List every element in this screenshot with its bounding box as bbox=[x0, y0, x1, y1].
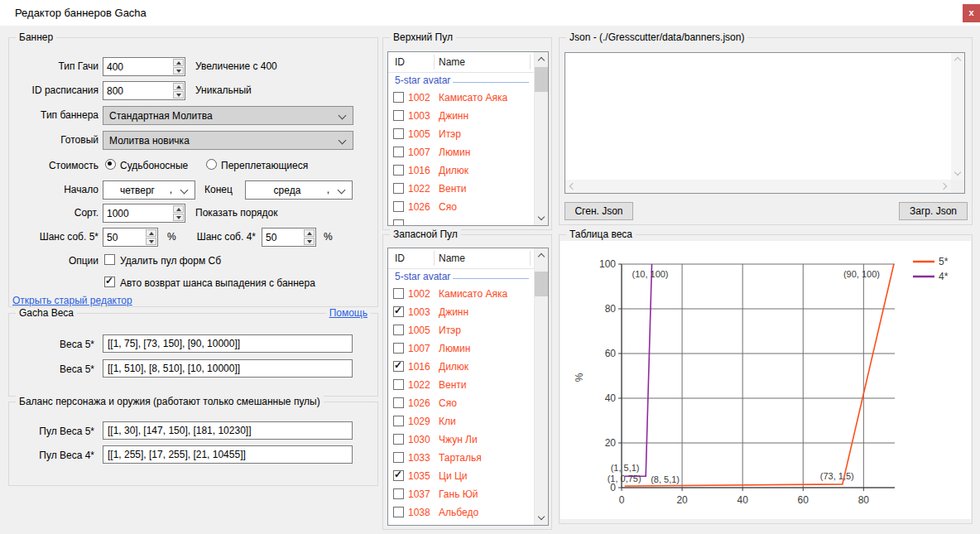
pool-item-checkbox[interactable] bbox=[393, 379, 404, 390]
pool-item-checkbox[interactable] bbox=[393, 147, 404, 157]
pool-item-row[interactable]: 1035Ци Ци bbox=[388, 467, 534, 485]
vertical-scrollbar[interactable] bbox=[951, 53, 964, 180]
schedule-id-spinner[interactable]: 800 bbox=[103, 81, 185, 100]
scroll-up-icon[interactable] bbox=[954, 57, 961, 64]
series-line-4* bbox=[625, 264, 652, 476]
spin-down-button[interactable] bbox=[146, 238, 156, 245]
pool-item-row[interactable]: 1026Сяо bbox=[388, 198, 534, 216]
chevron-down-icon bbox=[339, 112, 347, 120]
pool-item-row[interactable]: 1002Камисато Аяка bbox=[388, 89, 534, 107]
chance5-label: Шанс соб. 5* bbox=[9, 231, 98, 243]
banner-type-combo[interactable]: Стандартная Молитва bbox=[103, 106, 353, 125]
pool-item-row[interactable]: 1003Джинн bbox=[388, 107, 534, 125]
cost-fate-radio[interactable] bbox=[105, 159, 116, 170]
generate-json-button[interactable]: Сген. Json bbox=[564, 202, 633, 220]
pool-item-checkbox[interactable] bbox=[393, 201, 404, 212]
pool-item-row[interactable]: 1003Джинн bbox=[388, 303, 534, 321]
prefab-label: Готовый bbox=[9, 134, 98, 146]
pool-weights4-input[interactable]: [[1, 255], [17, 255], [21, 10455]] bbox=[103, 445, 353, 464]
scroll-thumb[interactable] bbox=[535, 272, 548, 296]
pool-item-checkbox[interactable] bbox=[393, 434, 404, 445]
chance4-value: 50 bbox=[266, 232, 276, 243]
start-day-combo[interactable]: четверг , bbox=[103, 180, 195, 200]
pool-item-checkbox[interactable] bbox=[393, 128, 404, 139]
weights5-input[interactable]: [[1, 75], [73, 150], [90, 10000]] bbox=[103, 334, 353, 353]
spin-down-button[interactable] bbox=[173, 91, 184, 99]
pool-item-row[interactable]: 1029Кли bbox=[388, 412, 534, 431]
load-json-button[interactable]: Загр. Json bbox=[899, 202, 968, 220]
horizontal-scrollbar[interactable] bbox=[565, 180, 951, 193]
pool-item-checkbox[interactable] bbox=[393, 165, 404, 176]
scroll-up-icon[interactable] bbox=[538, 57, 545, 64]
upper-pool-list[interactable]: ID Name 5-star avatar 1002Камисато Аяка1… bbox=[387, 51, 549, 226]
pool-item-row[interactable]: 1005Итэр bbox=[388, 321, 534, 339]
remove-pool-checkbox[interactable] bbox=[104, 254, 115, 265]
pool-item-row[interactable]: 1007Люмин bbox=[388, 339, 534, 358]
schedule-id-note: Уникальный bbox=[195, 84, 252, 96]
scrollbar[interactable] bbox=[534, 52, 548, 225]
pool-item-checkbox[interactable] bbox=[393, 470, 404, 481]
pool-item-row[interactable]: 1002Камисато Аяка bbox=[388, 285, 534, 303]
pool-item-row[interactable]: 1016Дилюк bbox=[388, 161, 534, 180]
spin-up-button[interactable] bbox=[146, 229, 156, 237]
pool-item-row[interactable]: 1022Венти bbox=[388, 376, 534, 394]
sort-spinner[interactable]: 1000 bbox=[103, 204, 185, 223]
pool-item-row[interactable]: 1038Альбедо bbox=[388, 503, 534, 522]
spin-down-button[interactable] bbox=[173, 67, 184, 75]
pool-item-checkbox[interactable] bbox=[393, 306, 404, 317]
pool-item-checkbox[interactable] bbox=[393, 288, 404, 299]
pool-item-checkbox[interactable] bbox=[393, 452, 404, 463]
pool-item-checkbox[interactable] bbox=[393, 110, 404, 121]
pool-item-row[interactable]: 1030Чжун Ли bbox=[388, 431, 534, 449]
auto-return-checkbox[interactable] bbox=[104, 277, 115, 287]
spin-up-button[interactable] bbox=[304, 229, 315, 237]
close-button[interactable]: x bbox=[963, 4, 980, 22]
pool-item-checkbox[interactable] bbox=[393, 361, 404, 372]
scroll-down-icon[interactable] bbox=[954, 169, 961, 176]
reserve-pool-list[interactable]: ID Name 5-star avatar 1002Камисато Аяка1… bbox=[387, 248, 549, 526]
json-textarea[interactable] bbox=[564, 52, 965, 194]
pool-item-checkbox[interactable] bbox=[393, 343, 404, 354]
scrollbar[interactable] bbox=[534, 248, 548, 525]
spin-up-button[interactable] bbox=[173, 83, 184, 90]
end-day-combo[interactable]: среда , bbox=[245, 180, 353, 200]
pool-item-row[interactable]: 1037Гань Юй bbox=[388, 485, 534, 503]
spin-up-button[interactable] bbox=[173, 59, 184, 66]
pool-item-checkbox[interactable] bbox=[393, 488, 404, 499]
spin-down-button[interactable] bbox=[304, 238, 315, 245]
pool-item-row[interactable]: 1026Сяо bbox=[388, 394, 534, 412]
pool-item-row[interactable]: 1033Тарталья bbox=[388, 449, 534, 467]
spin-up-button[interactable] bbox=[173, 205, 184, 213]
help-link[interactable]: Помощь bbox=[329, 307, 368, 319]
pool-item-row[interactable]: 1016Дилюк bbox=[388, 358, 534, 376]
scroll-down-icon[interactable] bbox=[538, 513, 545, 520]
sort-label: Сорт. bbox=[9, 207, 98, 219]
pool-item-checkbox[interactable] bbox=[393, 416, 404, 426]
pool-item-row[interactable]: 1007Люмин bbox=[388, 143, 534, 161]
pool-item-checkbox[interactable] bbox=[393, 397, 404, 408]
open-old-editor-link[interactable]: Открыть старый редактор bbox=[12, 295, 132, 306]
scroll-left-icon[interactable] bbox=[569, 183, 576, 190]
cost-intertwined-radio[interactable] bbox=[206, 159, 217, 170]
pool-item-checkbox[interactable] bbox=[393, 507, 404, 517]
chance4-spinner[interactable]: 50 bbox=[262, 228, 316, 247]
json-group-title: Json - (./Gresscutter/data/banners.json) bbox=[566, 31, 747, 43]
group-label: 5-star avatar bbox=[395, 271, 450, 282]
spin-down-button[interactable] bbox=[173, 214, 184, 221]
weights5b-input[interactable]: [[1, 510], [8, 510], [10, 10000]] bbox=[103, 359, 353, 378]
gacha-type-spinner[interactable]: 400 bbox=[103, 57, 185, 76]
chance5-spinner[interactable]: 50 bbox=[103, 228, 158, 247]
scroll-right-icon[interactable] bbox=[940, 183, 947, 190]
pool-item-checkbox[interactable] bbox=[393, 183, 404, 194]
start-day-value: четверг bbox=[103, 185, 171, 196]
pool-item-checkbox[interactable] bbox=[393, 325, 404, 335]
pool-item-row[interactable]: 1022Венти bbox=[388, 180, 534, 198]
pool-item-checkbox[interactable] bbox=[393, 92, 404, 103]
scroll-down-icon[interactable] bbox=[538, 214, 545, 220]
pool-item-row[interactable]: 1005Итэр bbox=[388, 125, 534, 143]
prefab-combo[interactable]: Молитва новичка bbox=[103, 131, 353, 150]
pool-weights5-input[interactable]: [[1, 30], [147, 150], [181, 10230]] bbox=[103, 421, 353, 440]
scroll-thumb[interactable] bbox=[535, 67, 548, 92]
scroll-up-icon[interactable] bbox=[538, 253, 545, 260]
svg-text:40: 40 bbox=[605, 392, 617, 404]
